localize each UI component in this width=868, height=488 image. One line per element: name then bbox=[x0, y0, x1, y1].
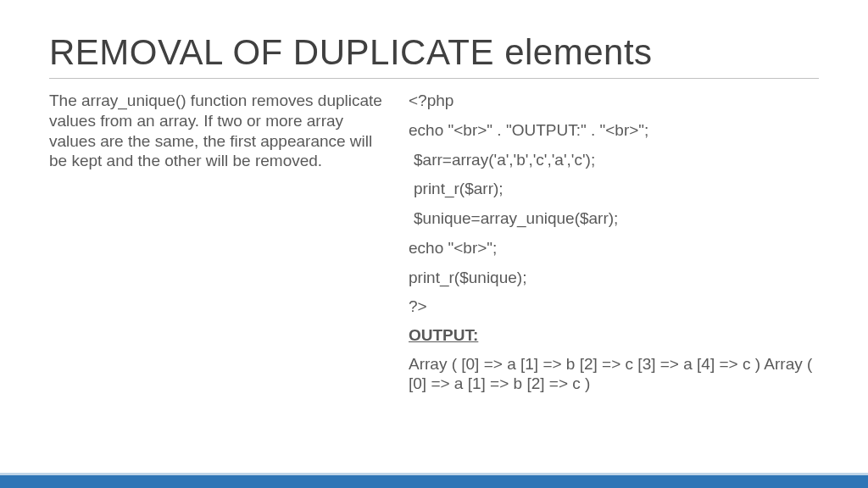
code-line-3: $arr=array('a','b','c','a','c'); bbox=[409, 150, 819, 170]
code-line-5: $unique=array_unique($arr); bbox=[409, 208, 819, 229]
content-row: The array_unique() function removes dupl… bbox=[49, 91, 819, 393]
description-text: The array_unique() function removes dupl… bbox=[49, 91, 393, 171]
code-line-2: echo "<br>" . "OUTPUT:" . "<br>"; bbox=[409, 120, 819, 141]
code-line-4: print_r($arr); bbox=[409, 179, 819, 199]
slide: REMOVAL OF DUPLICATE elements The array_… bbox=[0, 0, 868, 488]
code-line-1: <?php bbox=[409, 91, 819, 111]
footer-accent-bar bbox=[0, 473, 868, 488]
code-line-8: ?> bbox=[409, 297, 819, 317]
code-line-6: echo "<br>"; bbox=[409, 238, 819, 258]
output-text: Array ( [0] => a [1] => b [2] => c [3] =… bbox=[409, 354, 819, 393]
right-column: <?php echo "<br>" . "OUTPUT:" . "<br>"; … bbox=[409, 91, 819, 393]
code-line-7: print_r($unique); bbox=[409, 268, 819, 288]
left-column: The array_unique() function removes dupl… bbox=[49, 91, 393, 393]
output-label: OUTPUT: bbox=[409, 326, 819, 345]
slide-title: REMOVAL OF DUPLICATE elements bbox=[49, 32, 819, 79]
